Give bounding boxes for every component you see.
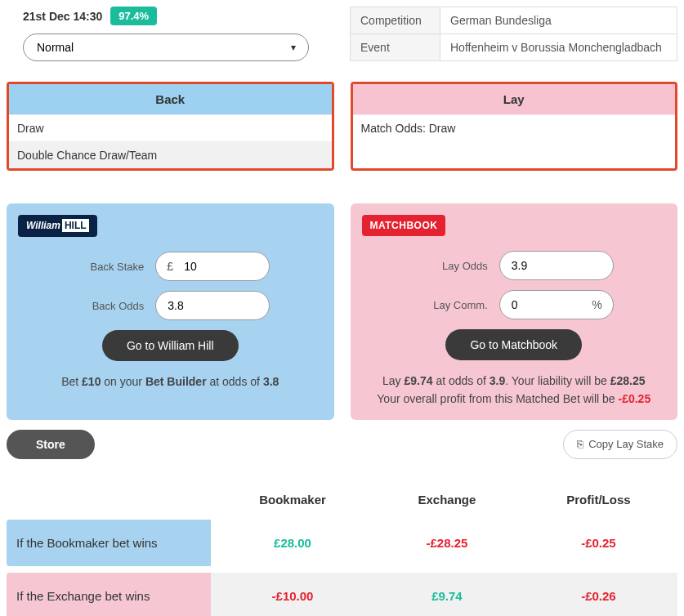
event-datetime: 21st Dec 14:30 [23, 10, 102, 23]
cell-value: -£0.26 [520, 573, 677, 616]
currency-symbol: £ [167, 260, 173, 273]
rating-badge: 97.4% [110, 7, 157, 25]
back-summary-text: Bet £10 on your Bet Builder at odds of 3… [18, 373, 323, 391]
cell-value: -£10.00 [211, 573, 374, 616]
william-hill-badge: WilliamHILL [18, 215, 97, 237]
event-value: Hoffenheim v Borussia Monchengladbach [440, 34, 677, 61]
col-bookmaker: Bookmaker [211, 486, 374, 513]
lay-card: MATCHBOOK Lay Odds Lay Comm. % Go to Mat… [351, 203, 678, 420]
competition-label: Competition [351, 7, 440, 34]
row-exchange-wins: If the Exchange bet wins -£10.00 £9.74 -… [7, 573, 677, 616]
back-card: WilliamHILL Back Stake £ Back Odds Go to… [7, 203, 334, 420]
mode-select[interactable]: Normal [23, 33, 309, 61]
event-label: Event [351, 34, 440, 61]
cell-value: -£28.25 [374, 520, 520, 566]
back-selections-box: Back Draw Double Chance Draw/Team [7, 82, 334, 171]
lay-odds-label: Lay Odds [414, 260, 488, 272]
col-profit-loss: Profit/Loss [520, 486, 677, 513]
event-info-table: Competition German Bundesliga Event Hoff… [350, 7, 677, 61]
back-selection-item[interactable]: Double Chance Draw/Team [9, 141, 332, 168]
row-label: If the Exchange bet wins [7, 573, 211, 616]
store-button[interactable]: Store [7, 430, 95, 459]
back-stake-label: Back Stake [70, 261, 144, 273]
cell-value: £28.00 [211, 520, 374, 566]
lay-summary-text: Lay £9.74 at odds of 3.9. Your liability… [362, 372, 667, 408]
percent-symbol: % [592, 298, 601, 311]
cell-value: £9.74 [374, 573, 520, 616]
lay-odds-input[interactable] [499, 251, 614, 280]
back-header: Back [9, 84, 332, 114]
lay-selection-item[interactable]: Match Odds: Draw [353, 114, 676, 141]
results-table: Bookmaker Exchange Profit/Loss If the Bo… [7, 480, 677, 616]
copy-icon: ⎘ [577, 438, 583, 450]
lay-header: Lay [353, 84, 676, 114]
competition-value: German Bundesliga [440, 7, 677, 34]
row-bookmaker-wins: If the Bookmaker bet wins £28.00 -£28.25… [7, 520, 677, 566]
back-selection-item[interactable]: Draw [9, 114, 332, 141]
go-to-matchbook-button[interactable]: Go to Matchbook [445, 329, 582, 360]
cell-value: -£0.25 [520, 520, 677, 566]
back-odds-label: Back Odds [70, 300, 144, 312]
spacer [353, 141, 676, 166]
back-odds-input[interactable] [155, 291, 270, 320]
lay-comm-label: Lay Comm. [414, 299, 488, 311]
matchbook-badge: MATCHBOOK [362, 215, 446, 236]
go-to-william-hill-button[interactable]: Go to William Hill [102, 330, 239, 361]
row-label: If the Bookmaker bet wins [7, 520, 211, 566]
copy-lay-stake-button[interactable]: ⎘ Copy Lay Stake [563, 430, 677, 459]
col-exchange: Exchange [374, 486, 520, 513]
lay-selections-box: Lay Match Odds: Draw [351, 82, 678, 171]
